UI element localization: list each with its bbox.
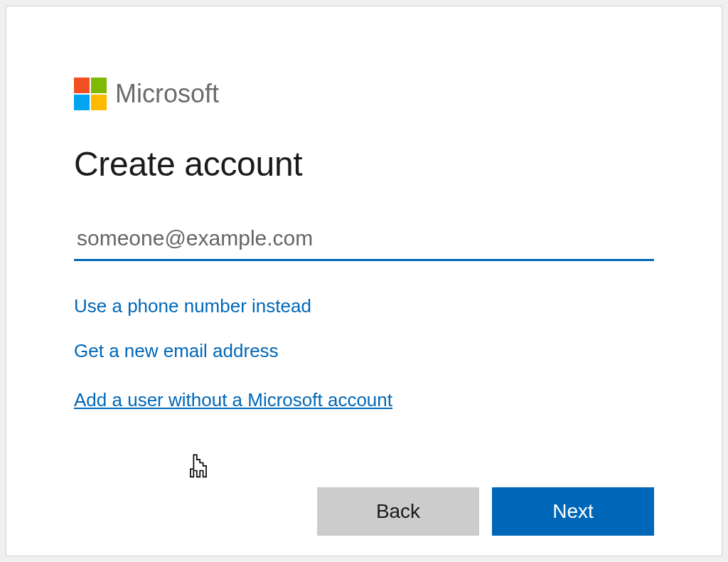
logo-row: Microsoft <box>74 78 654 110</box>
create-account-dialog: Microsoft Create account Use a phone num… <box>6 6 722 556</box>
page-title: Create account <box>74 144 654 184</box>
back-button[interactable]: Back <box>317 487 479 536</box>
use-phone-link[interactable]: Use a phone number instead <box>74 295 311 317</box>
button-row: Back Next <box>317 487 654 536</box>
pointer-cursor-icon <box>186 452 211 482</box>
get-new-email-link[interactable]: Get a new email address <box>74 340 279 362</box>
brand-text: Microsoft <box>115 79 219 109</box>
add-user-without-account-link[interactable]: Add a user without a Microsoft account <box>74 389 392 411</box>
next-button[interactable]: Next <box>492 487 654 536</box>
microsoft-logo-icon <box>74 78 107 110</box>
email-input[interactable] <box>74 223 654 261</box>
